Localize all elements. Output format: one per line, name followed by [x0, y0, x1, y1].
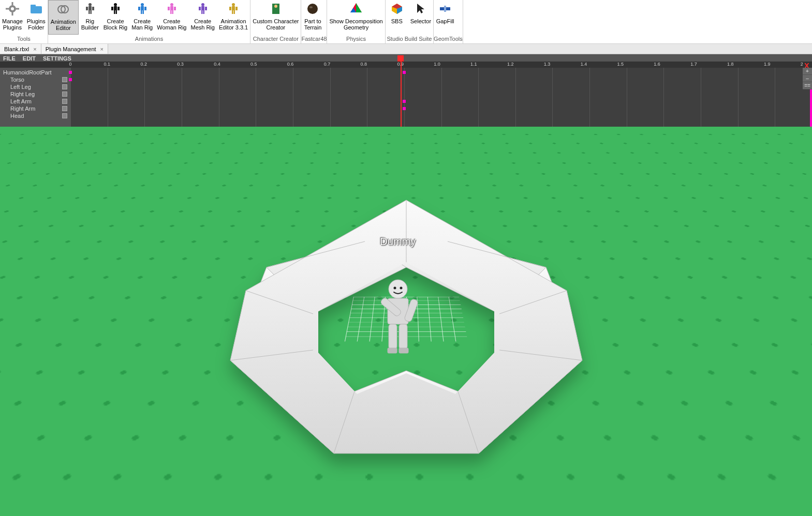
anim-menu-file[interactable]: FILE	[3, 55, 16, 60]
svg-rect-42	[229, 7, 231, 10]
svg-point-48	[307, 4, 318, 14]
ribbon-button-label: Plugins Folder	[27, 18, 46, 31]
keyframe-marker[interactable]	[403, 107, 406, 110]
svg-rect-12	[86, 7, 88, 10]
track-checkbox[interactable]	[62, 113, 67, 118]
ribbon-button-label: GapFill	[436, 18, 454, 24]
rig-builder-button[interactable]: Rig Builder	[79, 0, 101, 35]
track-checkbox[interactable]	[62, 92, 67, 97]
viewport-3d[interactable]: Dummy	[0, 127, 812, 516]
ribbon-button-label: SBS	[391, 18, 403, 24]
svg-rect-58	[446, 7, 450, 10]
timeline-playhead[interactable]	[401, 62, 402, 127]
selector-button[interactable]: Selector	[408, 0, 433, 35]
ruler-tick: 1.4	[581, 62, 587, 67]
animation-editor-331-button[interactable]: Animation Editor 3.3.1	[217, 0, 250, 35]
track-row[interactable]: Head	[0, 112, 70, 119]
timeline-gridline	[108, 68, 108, 127]
gapfill-button[interactable]: GapFill	[434, 0, 456, 35]
dummy-character[interactable]	[372, 275, 424, 362]
track-label: Left Leg	[10, 84, 31, 90]
show-decomposition-geometry-button[interactable]: Show Decomposition Geometry	[327, 0, 385, 35]
animation-editor-button[interactable]: Animation Editor	[48, 0, 79, 35]
document-tab[interactable]: Plugin Management×	[41, 44, 108, 54]
anim-menu-settings[interactable]: SETTINGS	[43, 55, 71, 60]
timeline-gridline	[701, 68, 701, 127]
keyframe-marker[interactable]	[69, 71, 72, 74]
plugins-folder-button[interactable]: Plugins Folder	[25, 0, 48, 35]
character-name-label: Dummy	[380, 236, 416, 248]
track-row[interactable]: Right Leg	[0, 90, 70, 98]
sbs-button[interactable]: SBS	[386, 0, 408, 35]
ribbon-group: Manage PluginsPlugins FolderTools	[0, 0, 48, 43]
ribbon-group: Show Decomposition GeometryPhysics	[327, 0, 385, 43]
anim-menu-edit[interactable]: EDIT	[23, 55, 36, 60]
timeline-gridline	[738, 68, 739, 127]
timeline-gridline	[775, 68, 775, 127]
track-row[interactable]: HumanoidRootPart	[0, 69, 70, 76]
svg-rect-30	[168, 7, 170, 10]
keyframe-marker[interactable]	[403, 71, 406, 74]
part-to-terrain-button[interactable]: Part to Terrain	[301, 0, 324, 35]
track-row[interactable]: Torso	[0, 76, 70, 83]
track-keyframe-area[interactable]	[70, 68, 812, 127]
svg-point-90	[400, 287, 402, 289]
timeline-gridline	[219, 68, 219, 127]
animation-editor-menu: FILEEDITSETTINGS	[0, 54, 812, 62]
rig-blue-icon	[136, 1, 149, 18]
track-row[interactable]: Left Arm	[0, 98, 70, 105]
svg-rect-38	[201, 10, 203, 14]
sbs-icon	[390, 1, 404, 18]
tab-label: Blank.rbxl	[4, 46, 29, 52]
create-mesh-rig-button[interactable]: Create Mesh Rig	[188, 0, 216, 35]
svg-rect-29	[170, 6, 173, 10]
svg-rect-57	[440, 7, 444, 10]
gear-icon	[6, 1, 19, 18]
keyframe-marker[interactable]	[69, 78, 72, 81]
svg-point-40	[232, 3, 235, 6]
playhead-scrubber-icon[interactable]	[397, 55, 404, 62]
timeline-ruler[interactable]: 00.10.20.30.40.50.60.70.80.91.01.11.21.3…	[0, 62, 812, 68]
svg-rect-32	[170, 10, 172, 14]
close-tab-icon[interactable]: ×	[33, 46, 36, 52]
track-checkbox[interactable]	[62, 99, 67, 104]
cursor-icon	[414, 1, 427, 18]
rings-icon	[56, 2, 70, 19]
svg-rect-41	[232, 6, 235, 10]
svg-point-1	[11, 7, 14, 10]
svg-rect-39	[203, 10, 204, 14]
svg-rect-6	[31, 6, 42, 13]
keyframe-marker[interactable]	[403, 100, 406, 103]
cc-icon	[269, 1, 283, 18]
svg-marker-56	[417, 4, 424, 13]
track-checkbox[interactable]	[62, 84, 67, 89]
ribbon-group: GapFillGeomTools	[434, 0, 463, 43]
create-man-rig-button[interactable]: Create Man Rig	[129, 0, 155, 35]
zoom-out-button[interactable]: –	[803, 75, 812, 82]
svg-rect-88	[399, 348, 408, 353]
svg-rect-25	[144, 7, 146, 10]
svg-point-49	[309, 6, 313, 8]
ruler-tick: 0.3	[177, 62, 184, 67]
custom-character-creator-button[interactable]: Custom Character Creator	[250, 0, 301, 35]
create-woman-rig-button[interactable]: Create Woman Rig	[155, 0, 188, 35]
ribbon-button-label: Part to Terrain	[304, 18, 322, 31]
svg-rect-35	[201, 6, 204, 10]
document-tab[interactable]: Blank.rbxl×	[0, 44, 41, 54]
create-block-rig-button[interactable]: Create Block Rig	[101, 0, 129, 35]
ruler-tick: 0.4	[214, 62, 220, 67]
manage-plugins-button[interactable]: Manage Plugins	[0, 0, 25, 35]
track-checkbox[interactable]	[62, 77, 67, 82]
track-row[interactable]: Right Arm	[0, 105, 70, 112]
ribbon-group-label: Animations	[48, 35, 250, 43]
close-tab-icon[interactable]: ×	[100, 46, 104, 52]
timeline-gridline	[663, 68, 664, 127]
timeline-gridline	[182, 68, 182, 127]
zoom-fit-button[interactable]: ==	[803, 82, 812, 89]
svg-rect-7	[31, 5, 36, 7]
track-row[interactable]: Left Leg	[0, 83, 70, 90]
ribbon-group: Custom Character CreatorCharacter Creato…	[250, 0, 301, 43]
zoom-in-button[interactable]: +	[803, 68, 812, 75]
ribbon-button-label: Rig Builder	[81, 18, 99, 31]
track-checkbox[interactable]	[62, 106, 67, 111]
